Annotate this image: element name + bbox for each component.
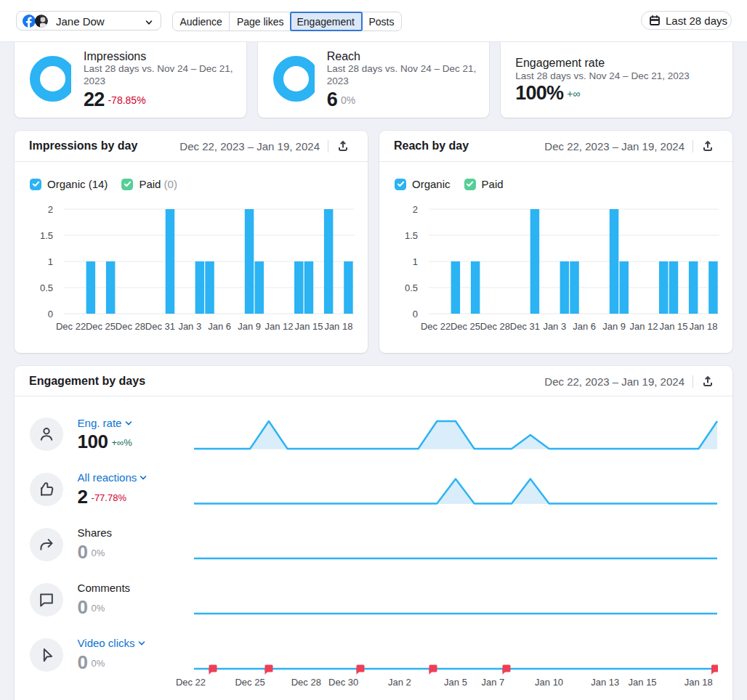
- svg-text:2: 2: [48, 204, 53, 215]
- svg-text:Dec 28: Dec 28: [291, 677, 321, 688]
- svg-text:Jan 18: Jan 18: [685, 677, 713, 688]
- svg-text:Jan 9: Jan 9: [238, 321, 261, 332]
- svg-text:Jan 15: Jan 15: [294, 321, 323, 332]
- svg-text:0: 0: [48, 309, 53, 320]
- svg-text:Jan 18: Jan 18: [689, 321, 717, 332]
- svg-text:Dec 25: Dec 25: [86, 321, 116, 332]
- svg-text:Dec 28: Dec 28: [480, 321, 510, 332]
- svg-text:1: 1: [413, 256, 418, 267]
- svg-text:1.5: 1.5: [40, 230, 53, 241]
- svg-text:Jan 2: Jan 2: [388, 677, 411, 688]
- svg-text:Dec 28: Dec 28: [116, 321, 145, 332]
- svg-text:Jan 15: Jan 15: [629, 677, 657, 688]
- svg-text:Dec 22: Dec 22: [421, 321, 451, 332]
- svg-text:Jan 12: Jan 12: [629, 321, 658, 332]
- svg-text:Dec 22: Dec 22: [56, 321, 86, 332]
- svg-text:Jan 6: Jan 6: [573, 321, 596, 332]
- svg-text:Dec 30: Dec 30: [328, 677, 358, 688]
- svg-text:Jan 6: Jan 6: [208, 321, 231, 332]
- svg-text:Jan 7: Jan 7: [481, 677, 504, 688]
- svg-text:0.5: 0.5: [40, 282, 53, 293]
- svg-text:Jan 15: Jan 15: [659, 321, 687, 332]
- svg-text:1.5: 1.5: [405, 230, 418, 241]
- svg-text:0: 0: [413, 309, 418, 320]
- svg-text:Jan 3: Jan 3: [178, 321, 201, 332]
- svg-text:0.5: 0.5: [405, 282, 418, 293]
- svg-text:Dec 22: Dec 22: [176, 677, 206, 688]
- svg-text:Dec 31: Dec 31: [510, 321, 540, 332]
- svg-text:Jan 3: Jan 3: [543, 321, 566, 332]
- svg-text:Dec 31: Dec 31: [145, 321, 175, 332]
- svg-text:Dec 25: Dec 25: [235, 677, 265, 688]
- svg-text:Jan 9: Jan 9: [602, 321, 626, 332]
- svg-text:1: 1: [48, 256, 53, 267]
- svg-text:Jan 5: Jan 5: [444, 677, 467, 688]
- svg-text:Jan 10: Jan 10: [535, 677, 563, 688]
- svg-text:Jan 12: Jan 12: [265, 321, 293, 332]
- svg-text:Jan 13: Jan 13: [591, 677, 619, 688]
- svg-text:Jan 18: Jan 18: [324, 321, 352, 332]
- svg-text:Dec 25: Dec 25: [451, 321, 480, 332]
- svg-text:2: 2: [413, 204, 418, 215]
